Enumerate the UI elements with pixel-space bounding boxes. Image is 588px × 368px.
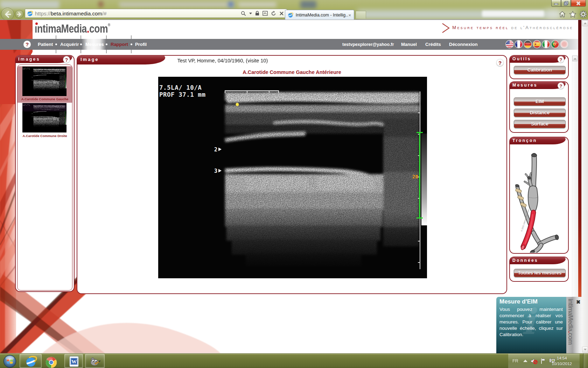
spain-flag[interactable]: [533, 40, 541, 48]
notification-popup: i Mesure d'EIM Vous pouvez maintenant co…: [496, 297, 582, 353]
word-icon: W: [69, 356, 79, 367]
star-icon[interactable]: [569, 11, 576, 18]
screen: https://beta.intimamedia.com/#: [0, 0, 588, 368]
search-dropdown-icon[interactable]: [249, 12, 252, 15]
image-thumbnail-row[interactable]: A.Carotide Commune Droite: [18, 103, 72, 139]
nav-link-manuel[interactable]: Manuel: [401, 42, 417, 47]
volume-muted-icon[interactable]: [531, 358, 538, 364]
glass-blur-dot2: [228, 1, 233, 7]
mesures-panel: Mesures ? EIM Distance Surface: [509, 81, 569, 133]
back-button[interactable]: [1, 8, 14, 20]
mesures-help-icon[interactable]: ?: [558, 82, 564, 89]
scroll-up-icon: [584, 22, 587, 24]
popup-close-icon[interactable]: ✖: [576, 300, 581, 305]
show-desktop-button[interactable]: [583, 354, 588, 368]
scrollbar-down-button[interactable]: [582, 347, 588, 353]
nav-help-icon[interactable]: ?: [23, 41, 31, 48]
glass-blur-title: [119, 2, 234, 7]
tab-title: IntimaMedia.com - Intellig...: [296, 13, 349, 18]
artery-diagram[interactable]: © 2011 IntimaMedia.com: [512, 146, 567, 253]
site-logo[interactable]: intimaMedia.com®: [35, 22, 110, 35]
united-states-flag[interactable]: [505, 40, 514, 48]
toutes-les-mesures-button[interactable]: Toutes les mesures: [514, 269, 566, 277]
thumbnail-caption[interactable]: A.Carotide Commune Droite: [18, 134, 72, 138]
nav-item-acquerir[interactable]: Acquérir: [60, 42, 79, 47]
taskbar-gimp-button[interactable]: [85, 354, 105, 368]
thumbnail-caption[interactable]: A.Carotide Commune Gauche: [18, 97, 72, 101]
taskbar: W FR: [0, 353, 588, 368]
inactive-flag[interactable]: [560, 40, 568, 48]
image-thumbnail-row[interactable]: A.Carotide Commune Gauche: [18, 66, 72, 103]
france-flag[interactable]: [514, 40, 523, 48]
scrollbar-up-button[interactable]: [582, 20, 588, 26]
start-button[interactable]: [3, 354, 16, 368]
stop-icon[interactable]: [279, 11, 284, 16]
ie-tab-favicon-icon: [288, 12, 293, 18]
germany-flag[interactable]: [524, 40, 532, 48]
images-panel: Images ? A.Carotide Commune Gauche A.Car…: [15, 55, 75, 292]
new-tab-button[interactable]: [356, 11, 366, 19]
images-help-icon[interactable]: ?: [63, 56, 70, 63]
image-help-icon[interactable]: ?: [496, 59, 504, 66]
tab-close-icon[interactable]: ×: [348, 13, 351, 18]
address-bar[interactable]: https://beta.intimamedia.com/#: [25, 9, 287, 18]
ie-favicon-icon: [27, 11, 33, 16]
popup-line: nouvelle échelle, cliquez sur: [499, 325, 563, 332]
italy-flag[interactable]: [542, 40, 550, 48]
minimize-icon: [554, 1, 558, 5]
nav-item-profil[interactable]: Profil: [135, 42, 147, 47]
outils-panel-header: Outils: [510, 55, 566, 63]
close-button[interactable]: [571, 0, 586, 7]
action-center-flag-icon[interactable]: [541, 358, 546, 364]
surface-button[interactable]: Surface: [514, 120, 566, 128]
content-scrollbar[interactable]: [572, 55, 578, 297]
thumbnail-image[interactable]: [22, 67, 66, 96]
ultrasound-image[interactable]: [158, 77, 427, 278]
refresh-icon[interactable]: [271, 11, 276, 16]
browser-tab[interactable]: IntimaMedia.com - Intellig... ×: [285, 10, 354, 20]
popup-title: Mesure d'EIM: [499, 298, 538, 305]
content-scrollbar-up-button[interactable]: [572, 56, 578, 61]
nav-link-deconnexion[interactable]: Déconnexion: [449, 42, 478, 47]
hidden-icons-arrow-icon[interactable]: [523, 360, 527, 363]
minimize-button[interactable]: [551, 0, 561, 7]
system-tray: FR 14:54: [508, 354, 580, 368]
taskbar-ie-button[interactable]: [20, 354, 42, 368]
popup-body: i Mesure d'EIM Vous pouvez maintenant co…: [496, 297, 566, 353]
nav-item-patient[interactable]: Patient: [38, 42, 53, 47]
nav-item-rapport[interactable]: Rapport: [111, 42, 128, 47]
eim-button[interactable]: EIM: [514, 97, 566, 106]
url-text[interactable]: https://beta.intimamedia.com/#: [35, 11, 106, 16]
forward-button[interactable]: [15, 10, 23, 19]
nav-user-email: testvpexplorer@yahoo.fr: [342, 42, 394, 47]
nav-item-mesures[interactable]: Mesures: [85, 42, 104, 47]
portugal-flag[interactable]: [551, 40, 559, 48]
taskbar-word-button[interactable]: W: [64, 354, 83, 368]
outils-help-icon[interactable]: ?: [558, 56, 564, 63]
thumbnail-image[interactable]: [22, 103, 66, 132]
window-controls: [551, 0, 586, 7]
nav-bullet: [55, 43, 57, 45]
scroll-down-icon: [584, 349, 587, 350]
popup-text: Vous pouvez maintenant commencer à réali…: [499, 306, 563, 338]
compatibility-view-icon[interactable]: [262, 11, 268, 16]
taskbar-chrome-icon[interactable]: [46, 355, 57, 368]
glass-blur-controls: [300, 1, 316, 8]
distance-button[interactable]: Distance: [514, 109, 566, 117]
site-tagline: Mesure temps réel de l'Athérosclérose: [452, 25, 573, 30]
gear-icon[interactable]: [580, 11, 587, 18]
troncon-panel-header: Tronçon: [510, 137, 566, 144]
home-icon[interactable]: [559, 11, 566, 18]
nav-link-credits[interactable]: Crédits: [425, 42, 441, 47]
logo-red-dot: [35, 22, 38, 25]
tray-language[interactable]: FR: [512, 359, 518, 363]
tray-clock[interactable]: 14:54 10/10/2012: [552, 355, 572, 367]
maximize-button[interactable]: [561, 0, 571, 7]
tray-date: 10/10/2012: [552, 361, 572, 367]
ultrasound-caption: A.Carotide Commune Gauche Antérieure: [77, 69, 506, 75]
calibration-button[interactable]: Calibration: [514, 66, 566, 74]
images-list: A.Carotide Commune Gauche A.Carotide Com…: [17, 64, 72, 291]
tagline-chevron-icon: [442, 23, 450, 33]
browser-scrollbar[interactable]: [581, 20, 588, 353]
magnifier-icon[interactable]: [241, 11, 246, 16]
